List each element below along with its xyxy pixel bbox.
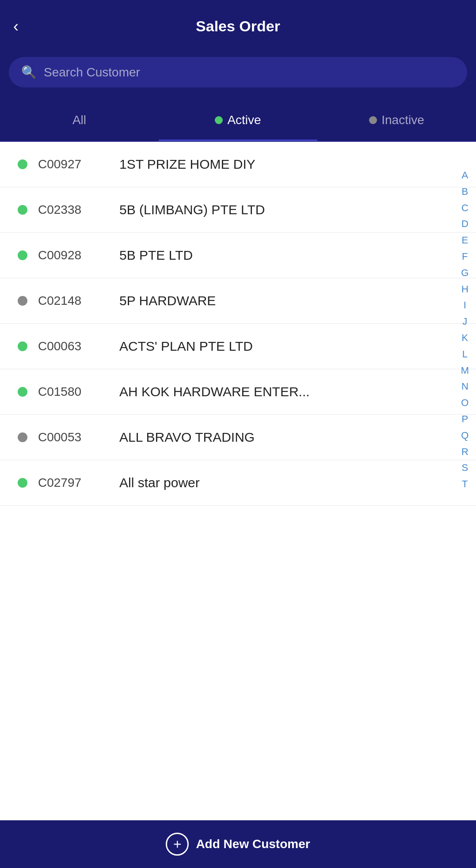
alpha-o[interactable]: O bbox=[459, 395, 471, 411]
customer-code: C01580 bbox=[38, 385, 109, 399]
customer-name: 5P HARDWARE bbox=[119, 293, 216, 308]
alphabet-index: ABCDEFGHIJKLMNOPQRST bbox=[459, 168, 471, 492]
tab-dot-inactive bbox=[369, 116, 377, 124]
main-content: C009271ST PRIZE HOME DIYC023385B (LIMBAN… bbox=[0, 142, 476, 554]
tabs-bar: AllActiveInactive bbox=[0, 101, 476, 142]
search-box[interactable]: 🔍 bbox=[9, 57, 467, 87]
customer-item[interactable]: C00063ACTS' PLAN PTE LTD bbox=[0, 324, 476, 369]
customer-item[interactable]: C00053ALL BRAVO TRADING bbox=[0, 415, 476, 460]
tab-label-active: Active bbox=[227, 113, 261, 127]
status-dot bbox=[18, 250, 27, 260]
search-container: 🔍 bbox=[0, 48, 476, 101]
tab-label-inactive: Inactive bbox=[381, 113, 424, 127]
header: ‹ Sales Order bbox=[0, 0, 476, 48]
status-dot bbox=[18, 478, 27, 488]
alpha-e[interactable]: E bbox=[459, 233, 471, 248]
alpha-t[interactable]: T bbox=[459, 477, 471, 492]
tab-dot-active bbox=[215, 116, 223, 124]
customer-item[interactable]: C01580AH KOK HARDWARE ENTER... bbox=[0, 369, 476, 415]
search-icon: 🔍 bbox=[21, 65, 37, 80]
customer-item[interactable]: C021485P HARDWARE bbox=[0, 278, 476, 324]
search-input[interactable] bbox=[44, 65, 455, 80]
alpha-l[interactable]: L bbox=[459, 347, 471, 362]
customer-code: C00928 bbox=[38, 248, 109, 262]
status-dot bbox=[18, 296, 27, 306]
add-new-button[interactable]: + bbox=[166, 833, 189, 856]
customer-code: C02338 bbox=[38, 203, 109, 217]
customer-name: ALL BRAVO TRADING bbox=[119, 430, 255, 445]
add-icon: + bbox=[173, 836, 182, 853]
tab-label-all: All bbox=[72, 113, 86, 127]
customer-name: AH KOK HARDWARE ENTER... bbox=[119, 384, 310, 399]
alpha-p[interactable]: P bbox=[459, 412, 471, 427]
status-dot bbox=[18, 341, 27, 351]
customer-item[interactable]: C009271ST PRIZE HOME DIY bbox=[0, 142, 476, 187]
status-dot bbox=[18, 432, 27, 442]
add-new-label: Add New Customer bbox=[196, 837, 310, 851]
customer-code: C02797 bbox=[38, 476, 109, 490]
alpha-h[interactable]: H bbox=[459, 282, 471, 297]
alpha-i[interactable]: I bbox=[459, 298, 471, 313]
footer: + Add New Customer bbox=[0, 820, 476, 868]
alpha-b[interactable]: B bbox=[459, 184, 471, 200]
alpha-r[interactable]: R bbox=[459, 444, 471, 460]
customer-code: C00063 bbox=[38, 339, 109, 353]
alpha-s[interactable]: S bbox=[459, 460, 471, 476]
customer-item[interactable]: C023385B (LIMBANG) PTE LTD bbox=[0, 187, 476, 233]
customer-name: ACTS' PLAN PTE LTD bbox=[119, 339, 253, 354]
alpha-k[interactable]: K bbox=[459, 330, 471, 346]
alpha-g[interactable]: G bbox=[459, 265, 471, 281]
customer-list: C009271ST PRIZE HOME DIYC023385B (LIMBAN… bbox=[0, 142, 476, 506]
alpha-d[interactable]: D bbox=[459, 216, 471, 232]
status-dot bbox=[18, 159, 27, 169]
alpha-m[interactable]: M bbox=[459, 363, 471, 379]
tab-inactive[interactable]: Inactive bbox=[317, 101, 476, 141]
tab-active[interactable]: Active bbox=[159, 101, 317, 141]
status-dot bbox=[18, 205, 27, 215]
status-dot bbox=[18, 387, 27, 397]
page-title: Sales Order bbox=[196, 18, 280, 35]
customer-code: C00053 bbox=[38, 430, 109, 444]
alpha-c[interactable]: C bbox=[459, 201, 471, 216]
customer-item[interactable]: C02797All star power bbox=[0, 460, 476, 506]
alpha-n[interactable]: N bbox=[459, 379, 471, 394]
customer-code: C00927 bbox=[38, 157, 109, 171]
alpha-f[interactable]: F bbox=[459, 249, 471, 265]
tab-all[interactable]: All bbox=[0, 101, 159, 141]
customer-name: 5B (LIMBANG) PTE LTD bbox=[119, 202, 265, 217]
customer-code: C02148 bbox=[38, 294, 109, 308]
alpha-j[interactable]: J bbox=[459, 314, 471, 330]
customer-name: 1ST PRIZE HOME DIY bbox=[119, 157, 255, 172]
customer-item[interactable]: C009285B PTE LTD bbox=[0, 233, 476, 278]
alpha-q[interactable]: Q bbox=[459, 428, 471, 443]
customer-name: 5B PTE LTD bbox=[119, 248, 193, 263]
alpha-a[interactable]: A bbox=[459, 168, 471, 183]
customer-name: All star power bbox=[119, 475, 200, 490]
back-button[interactable]: ‹ bbox=[13, 17, 19, 36]
